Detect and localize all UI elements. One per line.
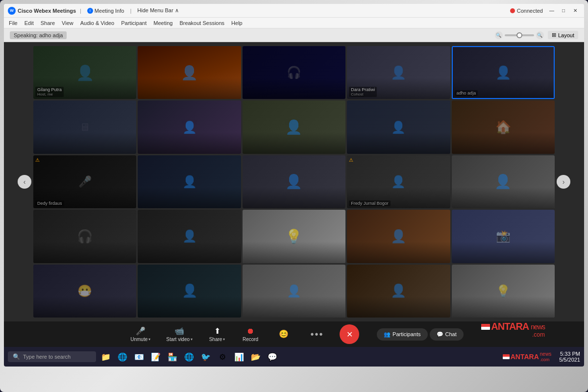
menu-help[interactable]: Help [228,19,245,27]
unmute-label: Unmute ▾ [130,337,150,342]
emoji-button[interactable]: 😊 [269,326,298,343]
next-page-button[interactable]: › [557,175,570,189]
start-video-label: Start video ▾ [166,337,193,342]
connected-badge: Connected [510,8,543,14]
warning-icon-fredy: ⚠ [349,157,353,163]
maximize-button[interactable]: □ [559,7,568,15]
menu-file[interactable]: File [6,19,21,27]
taskbar-icons: 📁 🌐 📧 📝 🏪 🌐 🐦 ⚙ 📊 📂 💬 [98,349,501,365]
participant-label-gilang: Gilang PutraHost, me [35,87,64,97]
connected-label: Connected [517,8,543,14]
speaker-bar: Speaking: adho adja 🔍 🔍 ⊞ Layout [4,28,584,42]
participant-label-dedy: Dedy firdaus [35,200,64,206]
unmute-button[interactable]: 🎤 Unmute ▾ [124,323,156,345]
hide-menu-bar-button[interactable]: Hide Menu Bar ∧ [135,6,180,15]
search-placeholder: Type here to search [23,354,71,360]
minimize-button[interactable]: — [547,7,557,15]
video-cell-adho: 👤 adho adja [452,46,555,99]
participant-label-fredy: Fredy Jurnal Bogor [349,200,391,206]
window-controls: — □ ✕ [547,7,580,15]
zoom-out-button[interactable]: 🔍 [495,31,503,39]
title-bar-right: Connected — □ ✕ [510,7,580,15]
taskbar-outlook[interactable]: 📧 [131,349,147,365]
taskbar-antara: ANTARA news.com [503,351,551,362]
participant-label-dara: Dara PratiwiCohost [349,87,377,97]
close-button[interactable]: ✕ [570,7,580,15]
emoji-icon: 😊 [279,329,289,339]
taskbar-antara-sub: news.com [540,351,551,362]
start-video-button[interactable]: 📹 Start video ▾ [160,323,198,345]
more-icon: ••• [311,329,324,340]
monitor: W Cisco Webex Meetings | i Meeting Info … [0,0,588,392]
menu-breakout[interactable]: Breakout Sessions [176,19,227,27]
hide-menu-label: Hide Menu Bar ∧ [137,7,178,14]
participants-button[interactable]: 👥 Participants [377,328,427,341]
video-cell-18: 💡 [243,210,345,263]
meeting-info-button[interactable]: i Meeting Info [85,7,126,15]
taskbar-twitter[interactable]: 🐦 [198,349,214,365]
date-display: 5/5/2021 [559,357,580,363]
main-content: ‹ › 👤 Gilang PutraHost, me 👤 [4,42,584,321]
video-cell-10: 🏠 [452,100,555,153]
prev-page-button[interactable]: ‹ [18,175,31,189]
layout-button[interactable]: ⊞ Layout [548,31,578,39]
video-cell-17: 👤 [138,210,241,263]
chat-button[interactable]: 💬 Chat [430,328,464,341]
menu-edit[interactable]: Edit [22,19,37,27]
zoom-thumb [516,32,522,38]
toolbar: 🎤 Unmute ▾ 📹 Start video ▾ ⬆ Share ▾ [4,321,584,347]
video-cell-6: 🖥 [33,100,136,153]
taskbar-flag [503,354,510,359]
chat-icon: 💬 [437,331,443,338]
microphone-icon: 🎤 [136,326,146,336]
taskbar-search[interactable]: 🔍 Type here to search [8,351,96,362]
video-cell-21: 😷 [33,265,136,318]
webex-icon: W [8,7,16,15]
zoom-in-button[interactable]: 🔍 [536,31,544,39]
video-cell-7: 👤 [138,100,241,153]
record-button[interactable]: ⏺ Record [236,324,265,345]
zoom-slider[interactable] [505,34,534,36]
video-grid: ‹ › 👤 Gilang PutraHost, me 👤 [4,42,584,321]
more-button[interactable]: ••• [302,326,332,343]
participant-label-adho: adho adja [455,90,478,96]
title-bar: W Cisco Webex Meetings | i Meeting Info … [4,4,584,18]
connected-dot [510,8,515,13]
menu-bar: File Edit Share View Audio & Video Parti… [4,18,584,28]
video-cell-16: 🎧 [33,210,136,263]
title-divider: | [80,8,81,14]
time-display: 5:33 PM [559,351,580,357]
share-button[interactable]: ⬆ Share ▾ [202,323,232,345]
end-call-button[interactable]: ✕ [340,324,359,344]
record-icon: ⏺ [246,327,254,336]
menu-participant[interactable]: Participant [118,19,149,27]
taskbar-word[interactable]: 📝 [148,349,164,365]
menu-view[interactable]: View [59,19,76,27]
menu-meeting[interactable]: Meeting [150,19,175,27]
video-cell-2: 👤 [138,46,241,99]
taskbar-excel[interactable]: 📊 [231,349,247,365]
video-icon: 📹 [174,326,184,336]
video-cell-22: 👤 [138,265,241,318]
menu-audio-video[interactable]: Audio & Video [77,19,118,27]
taskbar-edge[interactable]: 🌐 [181,349,197,365]
participants-label: Participants [392,331,420,337]
taskbar-whatsapp[interactable]: 💬 [265,349,280,365]
warning-icon-dedy: ⚠ [35,157,40,163]
taskbar-settings[interactable]: ⚙ [215,349,230,365]
taskbar-file-explorer[interactable]: 📁 [98,349,114,365]
taskbar-ie[interactable]: 🌐 [115,349,130,365]
end-call-icon: ✕ [346,330,353,339]
taskbar-windows-store[interactable]: 🏪 [165,349,180,365]
video-cell-20: 📸 [452,210,555,263]
taskbar: 🔍 Type here to search 📁 🌐 📧 📝 🏪 🌐 🐦 ⚙ 📊 … [4,347,584,367]
title-bar-left: W Cisco Webex Meetings | i Meeting Info … [8,6,506,15]
screen: W Cisco Webex Meetings | i Meeting Info … [4,4,584,367]
menu-share[interactable]: Share [38,19,58,27]
zoom-control[interactable]: 🔍 🔍 [495,31,544,39]
taskbar-folder[interactable]: 📂 [248,349,264,365]
taskbar-time: 5:33 PM 5/5/2021 [559,351,580,363]
chat-label: Chat [445,331,457,337]
video-cell-12: 👤 [138,155,241,208]
taskbar-antara-text: ANTARA [511,353,539,361]
